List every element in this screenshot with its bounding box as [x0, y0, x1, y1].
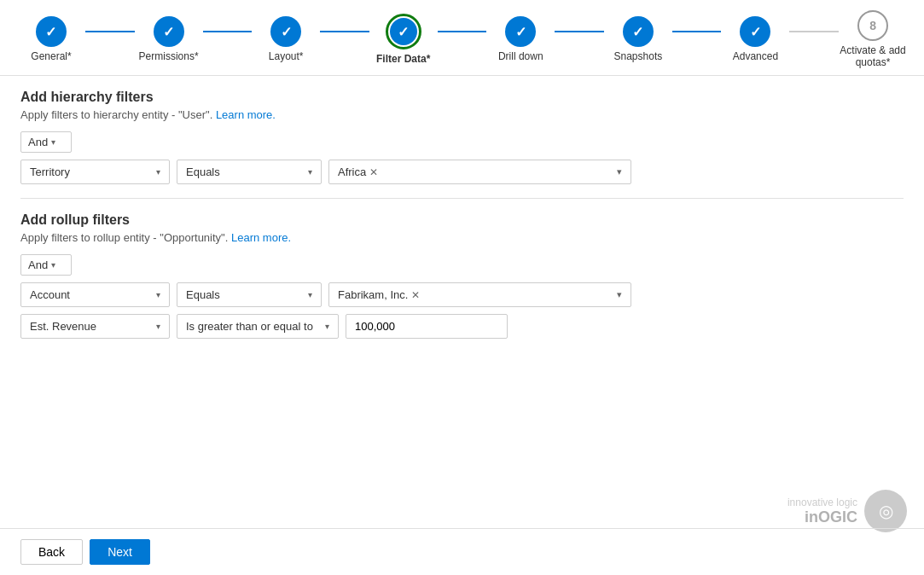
stepper-item-drill-down[interactable]: Drill down	[486, 16, 555, 62]
stepper-item-snapshots[interactable]: Snapshots	[604, 16, 672, 62]
step-label-permissions: Permissions*	[139, 50, 199, 62]
section-divider	[20, 198, 904, 199]
rollup-and-label: And	[28, 258, 48, 271]
rollup-value-field-1[interactable]: Fabrikam, Inc. ✕ ▾	[328, 282, 631, 307]
stepper-line-7	[789, 31, 839, 32]
watermark-line2: inOGIC	[787, 508, 857, 526]
checkmark-icon	[163, 24, 174, 40]
step-label-advanced: Advanced	[733, 50, 778, 62]
stepper-line-4	[438, 31, 487, 32]
step-circle-snapshots	[623, 16, 654, 47]
rollup-section-subtitle: Apply filters to rollup entity - "Opport…	[20, 231, 904, 244]
checkmark-icon	[632, 24, 643, 40]
chevron-down-icon: ▾	[617, 289, 622, 300]
step-label-activate: Activate & add quotas*	[839, 44, 907, 68]
rollup-value-remove-button-1[interactable]: ✕	[411, 289, 420, 301]
step-label-layout: Layout*	[269, 50, 304, 62]
hierarchy-learn-more-link[interactable]: Learn more.	[216, 108, 276, 121]
step-circle-advanced	[740, 16, 770, 47]
hierarchy-field-select[interactable]: Territory ▾	[20, 160, 170, 184]
step-label-snapshots: Snapshots	[614, 50, 663, 62]
rollup-filter-row-2: Est. Revenue ▾ Is greater than or equal …	[20, 314, 904, 339]
rollup-revenue-input[interactable]	[346, 314, 508, 339]
stepper-line-2	[203, 31, 253, 32]
rollup-value-text-1: Fabrikam, Inc.	[338, 288, 408, 301]
hierarchy-condition-value: Equals	[186, 166, 220, 178]
rollup-field-value-1: Account	[30, 288, 70, 301]
watermark-line1: innovative logic	[787, 497, 857, 508]
hierarchy-value-field[interactable]: Africa ✕ ▾	[328, 160, 631, 184]
rollup-condition-select-2[interactable]: Is greater than or equal to ▾	[177, 314, 339, 339]
rollup-filters-section: Add rollup filters Apply filters to roll…	[20, 212, 904, 339]
rollup-condition-value-2: Is greater than or equal to	[186, 320, 313, 333]
hierarchy-value-text: Africa	[338, 166, 366, 178]
chevron-down-icon: ▾	[156, 167, 160, 177]
chevron-down-icon: ▾	[156, 322, 160, 331]
main-content: Add hierarchy filters Apply filters to h…	[0, 76, 924, 359]
stepper-item-filter-data[interactable]: Filter Data*	[369, 14, 438, 65]
rollup-learn-more-link[interactable]: Learn more.	[231, 231, 291, 244]
step-label-general: General*	[31, 50, 71, 62]
step-circle-general	[36, 16, 67, 47]
checkmark-icon	[45, 24, 56, 40]
stepper-item-activate[interactable]: 8 Activate & add quotas*	[839, 10, 907, 68]
checkmark-icon	[750, 24, 761, 40]
stepper-line-3	[320, 31, 369, 32]
hierarchy-and-label: And	[28, 136, 48, 148]
rollup-section-title: Add rollup filters	[20, 212, 904, 228]
step-circle-activate: 8	[857, 10, 888, 41]
step-circle-drill-down	[505, 16, 536, 47]
hierarchy-field-value: Territory	[30, 166, 70, 178]
chevron-down-icon: ▾	[308, 290, 312, 299]
stepper-line-5	[555, 31, 604, 32]
hierarchy-value-remove-button[interactable]: ✕	[369, 166, 378, 178]
stepper-line-6	[672, 31, 722, 32]
rollup-value-tag-1: Fabrikam, Inc. ✕	[338, 288, 420, 301]
step-circle-permissions	[154, 16, 184, 47]
rollup-field-select-2[interactable]: Est. Revenue ▾	[20, 314, 170, 339]
hierarchy-value-tag: Africa ✕	[338, 166, 378, 178]
hierarchy-filters-section: Add hierarchy filters Apply filters to h…	[20, 90, 904, 184]
checkmark-icon	[515, 24, 526, 40]
stepper-item-permissions[interactable]: Permissions*	[135, 16, 203, 62]
back-button[interactable]: Back	[20, 539, 83, 565]
hierarchy-and-dropdown[interactable]: And ▾	[20, 131, 72, 153]
stepper-item-advanced[interactable]: Advanced	[721, 16, 789, 62]
step-label-filter-data: Filter Data*	[376, 53, 430, 65]
rollup-filter-row-1: Account ▾ Equals ▾ Fabrikam, Inc. ✕ ▾	[20, 282, 904, 307]
chevron-down-icon: ▾	[51, 260, 55, 270]
watermark-logo-icon: ◎	[864, 490, 907, 532]
rollup-field-value-2: Est. Revenue	[30, 320, 96, 333]
stepper-item-general[interactable]: General*	[17, 16, 85, 62]
stepper-item-layout[interactable]: Layout*	[252, 16, 320, 62]
hierarchy-filter-row: Territory ▾ Equals ▾ Africa ✕ ▾	[20, 160, 904, 184]
chevron-down-icon: ▾	[308, 167, 312, 177]
chevron-down-icon: ▾	[325, 322, 329, 331]
footer: Back Next	[0, 528, 924, 575]
hierarchy-and-row: And ▾	[20, 131, 904, 153]
rollup-field-select-1[interactable]: Account ▾	[20, 282, 170, 307]
chevron-down-icon: ▾	[617, 166, 622, 177]
rollup-and-dropdown[interactable]: And ▾	[20, 254, 72, 276]
checkmark-icon	[398, 24, 409, 40]
rollup-and-row: And ▾	[20, 254, 904, 276]
watermark: innovative logic inOGIC ◎	[787, 490, 907, 532]
hierarchy-section-subtitle: Apply filters to hierarchy entity - "Use…	[20, 108, 904, 121]
next-button[interactable]: Next	[90, 539, 150, 565]
rollup-condition-select-1[interactable]: Equals ▾	[177, 282, 322, 307]
stepper-line-1	[85, 31, 135, 32]
checkmark-icon	[281, 24, 292, 40]
hierarchy-section-title: Add hierarchy filters	[20, 90, 904, 105]
watermark-text: innovative logic inOGIC	[787, 497, 857, 526]
step-label-drill-down: Drill down	[498, 50, 543, 62]
rollup-condition-value-1: Equals	[186, 288, 220, 301]
active-step-border	[386, 14, 421, 49]
step-circle-filter-data	[390, 18, 417, 45]
step-number-activate: 8	[869, 19, 876, 32]
chevron-down-icon: ▾	[156, 290, 160, 299]
chevron-down-icon: ▾	[51, 137, 55, 147]
stepper: General* Permissions* Layout* Filter Dat…	[0, 0, 924, 76]
step-circle-layout	[270, 16, 301, 47]
hierarchy-condition-select[interactable]: Equals ▾	[177, 160, 322, 184]
